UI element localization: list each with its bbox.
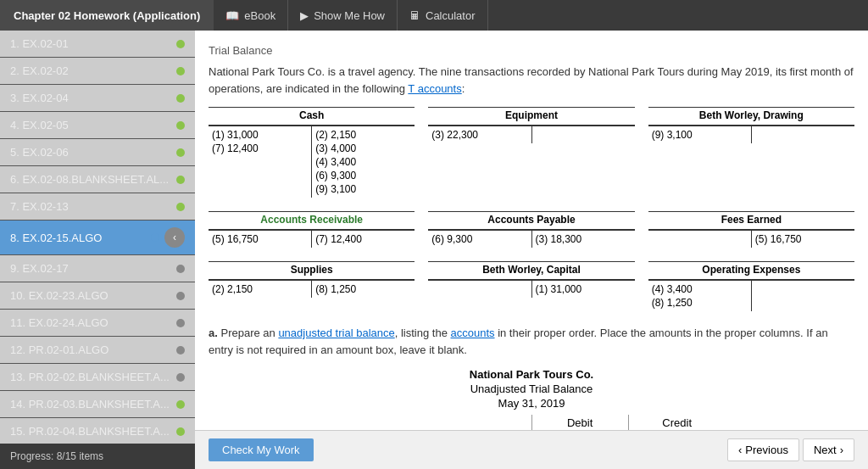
trial-balance-table: DebitBalances CreditBalances (337, 415, 725, 430)
t-account-ap-credit: (3) 18,300 (532, 231, 635, 248)
t-account-fees-body: (5) 16,750 (648, 229, 854, 248)
sidebar-item-ex02-02[interactable]: 2. EX.02-02 (0, 58, 195, 85)
t-account-capital-credit: (1) 31,000 (532, 281, 635, 298)
content-area: Trial Balance National Park Tours Co. is… (195, 31, 868, 430)
t-account-drawing: Beth Worley, Drawing (9) 3,100 (648, 107, 854, 198)
status-dot (176, 67, 185, 75)
t-account-capital-body: (1) 31,000 (428, 279, 634, 298)
sidebar-item-ex02-05[interactable]: 4. EX.02-05 (0, 112, 195, 139)
tab-show-me-how-label: Show Me How (314, 9, 385, 22)
t-account-equipment-credit (532, 126, 635, 143)
next-button[interactable]: Next › (803, 438, 854, 461)
question-section: a. Prepare an unadjusted trial balance, … (209, 325, 854, 358)
collapse-arrow-icon[interactable]: ‹ (164, 227, 185, 248)
t-account-equipment: Equipment (3) 22,300 (428, 107, 634, 198)
t-account-supplies-title: Supplies (209, 262, 415, 279)
sidebar-item-ex02-01[interactable]: 1. EX.02-01 (0, 31, 195, 58)
t-account-opex-title: Operating Expenses (648, 262, 854, 279)
t-account-supplies: Supplies (2) 2,150 (8) 1,250 (209, 261, 415, 311)
t-account-drawing-body: (9) 3,100 (648, 125, 854, 143)
status-dot (176, 121, 185, 130)
t-account-opex: Operating Expenses (4) 3,400 (8) 1,250 (648, 261, 854, 311)
chevron-right-icon: › (840, 444, 843, 456)
unadjusted-trial-balance-link[interactable]: unadjusted trial balance (278, 327, 394, 339)
sidebar-item-ex02-23[interactable]: 10. EX.02-23.ALGO (0, 282, 195, 310)
t-account-supplies-credit: (8) 1,250 (312, 281, 415, 298)
tab-show-me-how[interactable]: ▶ Show Me How (288, 0, 398, 31)
t-account-ar-credit: (7) 12,400 (312, 231, 415, 248)
t-account-drawing-credit (752, 126, 854, 143)
main-layout: 1. EX.02-01 2. EX.02-02 3. EX.02-04 4. E… (0, 31, 868, 469)
tab-ebook[interactable]: 📖 eBook (214, 0, 288, 31)
t-account-capital-title: Beth Worley, Capital (428, 262, 634, 279)
t-account-cash-title: Cash (209, 108, 415, 125)
t-account-ap-body: (6) 9,300 (3) 18,300 (428, 229, 634, 248)
sidebar-item-ex02-24[interactable]: 11. EX.02-24.ALGO (0, 310, 195, 337)
t-account-capital: Beth Worley, Capital (1) 31,000 (428, 261, 634, 311)
sidebar-list: 1. EX.02-01 2. EX.02-02 3. EX.02-04 4. E… (0, 31, 195, 444)
t-account-cash: Cash (1) 31,000 (7) 12,400 (2) 2,150 (3)… (209, 107, 415, 198)
t-account-ar-body: (5) 16,750 (7) 12,400 (209, 229, 415, 248)
status-dot (176, 203, 185, 211)
t-account-equipment-body: (3) 22,300 (428, 125, 634, 143)
previous-label: Previous (745, 444, 788, 456)
status-dot (176, 94, 185, 103)
sidebar-item-ex02-04[interactable]: 3. EX.02-04 (0, 85, 195, 112)
sidebar-item-label: 7. EX.02-13 (10, 200, 176, 213)
sidebar-item-label: 13. PR.02-02.BLANKSHEET.A... (10, 371, 176, 383)
company-statement: Unadjusted Trial Balance (209, 382, 854, 395)
status-dot (176, 400, 185, 409)
t-account-fees: Fees Earned (5) 16,750 (648, 211, 854, 248)
tab-calculator[interactable]: 🖩 Calculator (398, 0, 488, 31)
sidebar-item-label: 6. EX.02-08.BLANKSHEET.AL... (10, 173, 176, 186)
app-title: Chapter 02 Homework (Application) (0, 0, 214, 31)
sidebar-item-pr02-04[interactable]: 15. PR.02-04.BLANKSHEET.A... (0, 418, 195, 444)
status-dot (176, 148, 185, 157)
ebook-icon: 📖 (225, 9, 239, 22)
previous-button[interactable]: ‹ Previous (727, 438, 799, 461)
tab-calculator-label: Calculator (426, 9, 476, 22)
status-dot (176, 40, 185, 48)
tab-ebook-label: eBook (244, 9, 275, 22)
sidebar-item-label: 2. EX.02-02 (10, 64, 176, 77)
sidebar-item-label: 15. PR.02-04.BLANKSHEET.A... (10, 425, 176, 438)
sidebar-item-label: 4. EX.02-05 (10, 119, 176, 131)
check-my-work-button[interactable]: Check My Work (209, 438, 314, 461)
sidebar-item-label: 9. EX.02-17 (10, 262, 176, 275)
sidebar-item-ex02-08[interactable]: 6. EX.02-08.BLANKSHEET.AL... (0, 166, 195, 193)
next-label: Next (814, 444, 837, 456)
header-tabs: 📖 eBook ▶ Show Me How 🖩 Calculator (214, 0, 487, 31)
status-dot (176, 346, 185, 355)
sidebar-item-label: 5. EX.02-06 (10, 146, 176, 159)
status-dot (176, 373, 185, 382)
sidebar-item-pr02-02[interactable]: 13. PR.02-02.BLANKSHEET.A... (0, 364, 195, 391)
status-dot (176, 319, 185, 327)
t-account-ap-debit: (6) 9,300 (428, 231, 531, 248)
t-account-drawing-debit: (9) 3,100 (648, 126, 752, 143)
sidebar-item-ex02-13[interactable]: 7. EX.02-13 (0, 193, 195, 221)
t-account-ap-title: Accounts Payable (428, 212, 634, 229)
company-name: National Park Tours Co. (209, 368, 854, 381)
sidebar-item-pr02-03[interactable]: 14. PR.02-03.BLANKSHEET.A... (0, 391, 195, 418)
sidebar-item-ex02-17[interactable]: 9. EX.02-17 (0, 255, 195, 282)
t-account-ar: Accounts Receivable (5) 16,750 (7) 12,40… (209, 211, 415, 248)
sidebar-item-label: 10. EX.02-23.ALGO (10, 289, 176, 302)
t-account-opex-debit: (4) 3,400 (8) 1,250 (648, 281, 752, 311)
sidebar-item-label: 11. EX.02-24.ALGO (10, 316, 176, 329)
t-account-ap: Accounts Payable (6) 9,300 (3) 18,300 (428, 211, 634, 248)
calculator-icon: 🖩 (409, 9, 420, 22)
description-text: National Park Tours Co. is a travel agen… (209, 64, 854, 97)
play-icon: ▶ (300, 9, 309, 22)
sidebar-item-label: 1. EX.02-01 (10, 37, 176, 50)
t-accounts-link[interactable]: T accounts (408, 82, 461, 95)
t-account-fees-credit: (5) 16,750 (752, 231, 854, 248)
status-dot (176, 265, 185, 273)
col-credit-header: CreditBalances (628, 415, 725, 430)
t-account-drawing-title: Beth Worley, Drawing (648, 108, 854, 125)
sidebar-item-ex02-06[interactable]: 5. EX.02-06 (0, 139, 195, 166)
accounts-link[interactable]: accounts (450, 327, 494, 339)
t-account-ar-debit: (5) 16,750 (209, 231, 312, 248)
sidebar-item-ex02-15[interactable]: 8. EX.02-15.ALGO ‹ (0, 221, 195, 255)
progress-label: Progress: 8/15 items (10, 450, 103, 462)
sidebar-item-pr02-01[interactable]: 12. PR.02-01.ALGO (0, 337, 195, 364)
